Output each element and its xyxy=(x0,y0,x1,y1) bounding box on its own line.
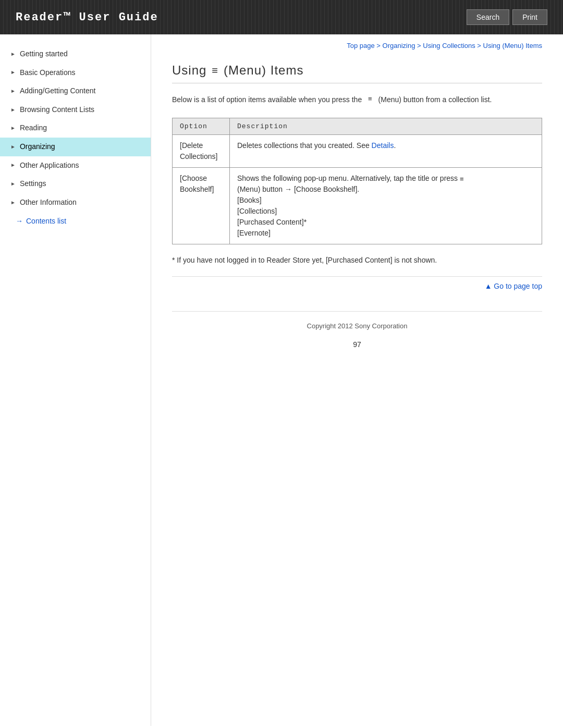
go-to-top-link[interactable]: ▲ Go to page top xyxy=(485,282,542,290)
desc-line6: [Evernote] xyxy=(237,229,271,237)
footnote: * If you have not logged in to Reader St… xyxy=(172,255,542,266)
sidebar-item-other-applications[interactable]: ► Other Applications xyxy=(0,156,151,175)
page-number: 97 xyxy=(172,335,542,354)
options-table: Option Description [Delete Collections] … xyxy=(172,118,542,244)
breadcrumb-top-page[interactable]: Top page xyxy=(347,42,375,50)
page-title: Using ≡ (Menu) Items xyxy=(172,63,542,83)
sidebar-item-label: Adding/Getting Content xyxy=(20,86,96,96)
title-prefix: Using xyxy=(172,63,206,78)
header: Reader™ User Guide Search Print xyxy=(0,0,563,34)
chevron-right-icon: ► xyxy=(10,162,16,169)
menu-icon-inline-2: ≡ xyxy=(460,174,464,184)
print-button[interactable]: Print xyxy=(512,9,547,25)
title-suffix: (Menu) Items xyxy=(224,63,303,78)
contents-list-link[interactable]: → Contents list xyxy=(0,212,151,230)
content-area: Top page > Organizing > Using Collection… xyxy=(151,34,563,726)
breadcrumb-current[interactable]: Using (Menu) Items xyxy=(483,42,542,50)
description-period: . xyxy=(394,141,396,150)
desc-line5: [Purchased Content]* xyxy=(237,218,307,226)
description-delete-collections: Deletes collections that you created. Se… xyxy=(230,135,542,168)
sidebar-item-adding-content[interactable]: ► Adding/Getting Content xyxy=(0,82,151,101)
breadcrumb-separator: > xyxy=(477,42,483,50)
search-button[interactable]: Search xyxy=(467,9,509,25)
chevron-right-icon: ► xyxy=(10,106,16,114)
description-choose-bookshelf: Shows the following pop-up menu. Alterna… xyxy=(230,168,542,244)
sidebar-item-label: Other Information xyxy=(20,198,77,208)
chevron-right-icon: ► xyxy=(10,143,16,151)
chevron-right-icon: ► xyxy=(10,88,16,95)
sidebar-item-settings[interactable]: ► Settings xyxy=(0,175,151,193)
app-title: Reader™ User Guide xyxy=(16,11,158,24)
chevron-right-icon: ► xyxy=(10,180,16,188)
sidebar-item-reading[interactable]: ► Reading xyxy=(0,119,151,138)
intro-paragraph: Below is a list of option items availabl… xyxy=(172,94,542,105)
breadcrumb: Top page > Organizing > Using Collection… xyxy=(172,34,542,55)
chevron-right-icon: ► xyxy=(10,69,16,76)
table-header-row: Option Description xyxy=(173,118,542,135)
sidebar: ► Getting started ► Basic Operations ► A… xyxy=(0,34,151,726)
menu-icon: ≡ xyxy=(212,65,218,76)
sidebar-item-label: Reading xyxy=(20,123,47,133)
copyright-text: Copyright 2012 Sony Corporation xyxy=(307,322,408,330)
sidebar-item-getting-started[interactable]: ► Getting started xyxy=(0,45,151,64)
sidebar-item-label: Settings xyxy=(20,179,46,189)
sidebar-item-browsing-content-lists[interactable]: ► Browsing Content Lists xyxy=(0,101,151,119)
sidebar-item-label: Basic Operations xyxy=(20,68,76,78)
chevron-right-icon: ► xyxy=(10,199,16,206)
chevron-right-icon: ► xyxy=(10,125,16,132)
sidebar-item-organizing[interactable]: ► Organizing xyxy=(0,138,151,156)
desc-line4: [Collections] xyxy=(237,207,277,215)
sidebar-item-other-information[interactable]: ► Other Information xyxy=(0,193,151,212)
col-option-header: Option xyxy=(173,118,230,135)
sidebar-item-label: Getting started xyxy=(20,49,68,59)
desc-line2: (Menu) button → [Choose Bookshelf]. xyxy=(237,185,359,193)
intro-text-before: Below is a list of option items availabl… xyxy=(172,94,362,105)
option-delete-collections: [Delete Collections] xyxy=(173,135,230,168)
sidebar-item-basic-operations[interactable]: ► Basic Operations xyxy=(0,64,151,82)
table-row: [Choose Bookshelf] Shows the following p… xyxy=(173,168,542,244)
details-link[interactable]: Details xyxy=(372,141,394,150)
col-description-header: Description xyxy=(230,118,542,135)
menu-icon-inline: ≡ xyxy=(368,94,372,105)
breadcrumb-separator: > xyxy=(417,42,423,50)
sidebar-item-label: Organizing xyxy=(20,142,55,152)
sidebar-item-label: Other Applications xyxy=(20,161,79,171)
main-layout: ► Getting started ► Basic Operations ► A… xyxy=(0,34,563,726)
header-buttons: Search Print xyxy=(467,9,547,25)
sidebar-item-label: Browsing Content Lists xyxy=(20,105,94,115)
table-row: [Delete Collections] Deletes collections… xyxy=(173,135,542,168)
intro-text-after: (Menu) button from a collection list. xyxy=(378,94,492,105)
description-text: Deletes collections that you created. Se… xyxy=(237,141,372,150)
desc-line1: Shows the following pop-up menu. Alterna… xyxy=(237,174,460,182)
footer: Copyright 2012 Sony Corporation xyxy=(172,311,542,335)
desc-line3: [Books] xyxy=(237,196,262,204)
option-choose-bookshelf: [Choose Bookshelf] xyxy=(173,168,230,244)
contents-link-label: Contents list xyxy=(26,217,66,225)
arrow-right-icon: → xyxy=(16,217,23,225)
breadcrumb-organizing[interactable]: Organizing xyxy=(383,42,415,50)
go-to-top: ▲ Go to page top xyxy=(172,276,542,295)
chevron-right-icon: ► xyxy=(10,51,16,58)
breadcrumb-separator: > xyxy=(376,42,382,50)
breadcrumb-using-collections[interactable]: Using Collections xyxy=(423,42,475,50)
